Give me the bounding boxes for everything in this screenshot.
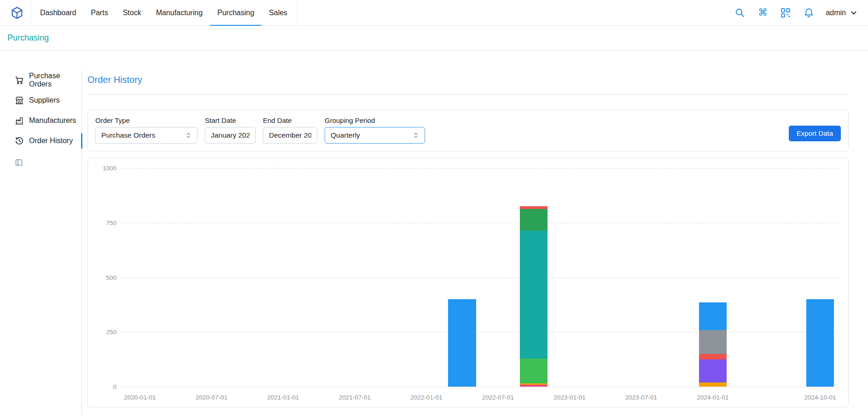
nav-tab-parts[interactable]: Parts — [83, 0, 115, 26]
nav-tab-stock[interactable]: Stock — [116, 0, 149, 26]
gridline — [122, 223, 838, 223]
bar-segment — [806, 299, 834, 387]
search-icon[interactable] — [734, 7, 746, 19]
gridline — [122, 387, 838, 387]
bar-segment — [520, 231, 548, 359]
x-axis-tick-label: 2020-07-01 — [196, 394, 227, 401]
gridline — [122, 278, 838, 278]
order-type-field: Order Type Purchase Orders — [95, 116, 198, 144]
user-menu[interactable]: admin — [826, 9, 858, 17]
command-icon[interactable]: ⌘ — [757, 7, 769, 19]
chevron-down-icon — [850, 9, 858, 17]
stacked-bar-2022-04-01[interactable] — [448, 168, 476, 387]
end-date-label: End Date — [263, 116, 317, 124]
sidebar-item-label: Order History — [29, 137, 73, 145]
grouping-period-value: Quarterly — [331, 131, 360, 139]
building-store-icon — [15, 96, 24, 105]
sidebar-item-suppliers[interactable]: Suppliers — [15, 90, 82, 110]
y-axis-tick-label: 0 — [95, 383, 117, 390]
bar-segment — [448, 299, 476, 387]
nav-tab-manufacturing[interactable]: Manufacturing — [149, 0, 210, 26]
select-chevrons-icon — [413, 132, 419, 139]
bar-segment — [520, 359, 548, 383]
order-type-label: Order Type — [95, 116, 198, 124]
sidebar-item-purchase-orders[interactable]: Purchase Orders — [15, 70, 82, 90]
breadcrumb[interactable]: Purchasing — [7, 33, 49, 43]
order-history-chart: 025050075010002020-01-012020-07-012021-0… — [87, 158, 849, 407]
x-axis-tick-label: 2021-07-01 — [339, 394, 371, 401]
x-axis-tick-label: 2021-01-01 — [267, 394, 299, 401]
app-logo[interactable] — [10, 6, 24, 20]
bar-segment — [699, 354, 727, 359]
shopping-cart-icon — [15, 75, 24, 85]
stacked-bar-2024-10-01[interactable] — [806, 168, 834, 387]
bar-segment — [699, 330, 727, 354]
bar-segment — [699, 302, 727, 330]
main-nav: Dashboard Parts Stock Manufacturing Purc… — [30, 0, 297, 26]
grouping-period-label: Grouping Period — [325, 116, 425, 124]
sidebar-item-label: Purchase Orders — [29, 72, 82, 88]
top-navbar: Dashboard Parts Stock Manufacturing Purc… — [0, 0, 868, 26]
y-axis-tick-label: 500 — [95, 274, 117, 281]
y-axis-tick-label: 250 — [95, 329, 117, 336]
sidebar-item-order-history[interactable]: Order History — [15, 131, 82, 151]
x-axis-tick-label: 2024-01-01 — [697, 394, 728, 401]
y-axis-tick-label: 1000 — [95, 165, 117, 172]
end-date-field: End Date — [263, 116, 317, 144]
order-type-value: Purchase Orders — [101, 131, 155, 139]
history-icon — [15, 136, 24, 145]
nav-tab-purchasing[interactable]: Purchasing — [210, 0, 262, 26]
bar-segment — [520, 209, 548, 231]
gridline — [122, 168, 838, 168]
y-axis-tick-label: 750 — [95, 220, 117, 226]
title-divider — [87, 94, 849, 95]
grouping-period-field: Grouping Period Quarterly — [325, 116, 425, 144]
order-type-select[interactable]: Purchase Orders — [95, 127, 198, 144]
topbar-actions: ⌘ admin — [734, 7, 858, 19]
select-chevrons-icon — [185, 132, 192, 139]
start-date-label: Start Date — [205, 116, 256, 124]
x-axis-tick-label: 2023-07-01 — [625, 394, 657, 401]
export-data-button[interactable]: Export Data — [789, 126, 841, 141]
stacked-bar-2022-10-01[interactable] — [520, 168, 548, 387]
breadcrumb-bar: Purchasing — [0, 26, 868, 51]
x-axis-tick-label: 2024-10-01 — [804, 394, 836, 401]
nav-tab-dashboard[interactable]: Dashboard — [33, 0, 83, 26]
grouping-period-select[interactable]: Quarterly — [325, 127, 425, 144]
sidebar-item-label: Suppliers — [29, 96, 60, 104]
end-date-input[interactable] — [263, 127, 317, 144]
qr-scan-icon[interactable] — [780, 7, 792, 19]
x-axis-tick-label: 2020-01-01 — [124, 394, 156, 401]
order-history-panel: Order History Order Type Purchase Orders… — [82, 70, 868, 416]
bar-segment — [520, 385, 548, 387]
username-label: admin — [826, 9, 846, 17]
start-date-input[interactable] — [205, 127, 256, 144]
stacked-bar-2024-01-01[interactable] — [699, 168, 727, 387]
x-axis-tick-label: 2022-07-01 — [482, 394, 514, 401]
bar-segment — [699, 359, 727, 382]
page-title: Order History — [87, 75, 849, 85]
sidebar-item-manufacturers[interactable]: Manufacturers — [15, 110, 82, 131]
bar-segment — [699, 382, 727, 387]
sidebar-collapse-icon[interactable] — [15, 158, 23, 167]
app-logo-icon — [10, 6, 24, 20]
sidebar-item-label: Manufacturers — [29, 116, 76, 125]
purchasing-sidebar: Purchase Orders Suppliers — [0, 70, 82, 416]
filter-toolbar: Order Type Purchase Orders Start Date En… — [87, 110, 849, 151]
nav-tab-sales[interactable]: Sales — [262, 0, 295, 26]
x-axis-tick-label: 2022-01-01 — [410, 394, 442, 401]
factory-icon — [15, 116, 24, 125]
notifications-bell-icon[interactable] — [803, 7, 815, 19]
chart-plot: 025050075010002020-01-012020-07-012021-0… — [122, 168, 838, 387]
start-date-field: Start Date — [205, 116, 256, 144]
x-axis-tick-label: 2023-01-01 — [553, 394, 585, 401]
gridline — [122, 332, 838, 332]
